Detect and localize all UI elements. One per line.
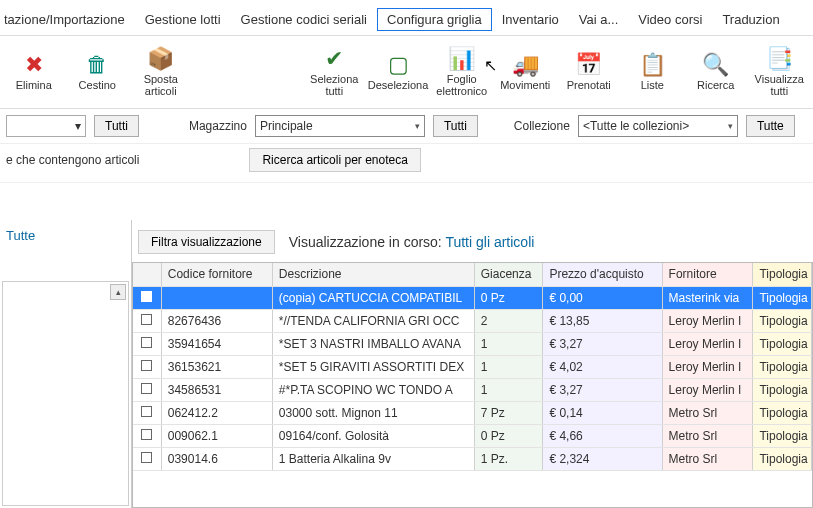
cell-prezzo: € 3,27 (543, 332, 662, 355)
view-title: Visualizzazione in corso: Tutti gli arti… (289, 234, 535, 250)
cell-tipologia: Tipologia (753, 378, 812, 401)
row-checkbox[interactable] (141, 314, 152, 325)
row-checkbox[interactable] (141, 406, 152, 417)
menu-inventario[interactable]: Inventario (492, 8, 569, 31)
row-checkbox[interactable] (141, 383, 152, 394)
cell-giacenza: 1 (474, 332, 543, 355)
view-title-value: Tutti gli articoli (445, 234, 534, 250)
toolbar-seleziona-tutti[interactable]: ✔Seleziona tutti (305, 42, 365, 102)
articles-grid[interactable]: Codice fornitore Descrizione Giacenza Pr… (132, 262, 813, 508)
filtra-visualizzazione-button[interactable]: Filtra visualizzazione (138, 230, 275, 254)
row-checkbox[interactable] (141, 429, 152, 440)
row-checkbox[interactable] (141, 452, 152, 463)
cell-descrizione: 03000 sott. Mignon 11 (272, 401, 474, 424)
toolbar-sposta-articoli[interactable]: 📦Sposta articoli (131, 42, 191, 102)
cell-fornitore: Metro Srl (662, 424, 753, 447)
view-header: Filtra visualizzazione Visualizzazione i… (132, 220, 813, 262)
menubar: tazione/Importazione Gestione lotti Gest… (0, 0, 813, 36)
magazzino-label: Magazzino (189, 119, 247, 133)
body-split: Tutte ▴ Filtra visualizzazione Visualizz… (0, 220, 813, 508)
cell-descrizione: *SET 5 GIRAVITI ASSORTITI DEX (272, 355, 474, 378)
view-all-icon: 📑 (766, 47, 793, 71)
cell-tipologia: Tipologia (753, 286, 812, 309)
cell-codice: 36153621 (161, 355, 272, 378)
cell-prezzo: € 2,324 (543, 447, 662, 470)
toolbar-deseleziona[interactable]: ▢Deseleziona (368, 42, 428, 102)
toolbar-liste[interactable]: 📋Liste (623, 42, 683, 102)
tutte-button[interactable]: Tutte (746, 115, 795, 137)
toolbar-elimina[interactable]: ✖Elimina (4, 42, 64, 102)
header-codice-fornitore[interactable]: Codice fornitore (161, 263, 272, 286)
chevron-down-icon: ▾ (75, 119, 81, 133)
filter-row-2: e che contengono articoli Ricerca artico… (0, 144, 813, 183)
row-checkbox[interactable] (141, 337, 152, 348)
toolbar-prenotati[interactable]: 📅Prenotati (559, 42, 619, 102)
header-descrizione[interactable]: Descrizione (272, 263, 474, 286)
header-prezzo-acquisto[interactable]: Prezzo d'acquisto (543, 263, 662, 286)
cell-prezzo: € 3,27 (543, 378, 662, 401)
row-checkbox[interactable] (141, 291, 152, 302)
cell-tipologia: Tipologia (753, 332, 812, 355)
category-tree[interactable]: ▴ (2, 281, 129, 506)
cell-descrizione: *//TENDA CALIFORNIA GRI OCC (272, 309, 474, 332)
move-icon: 📦 (147, 47, 174, 71)
cell-fornitore: Metro Srl (662, 447, 753, 470)
magazzino-select[interactable]: Principale▾ (255, 115, 425, 137)
toolbar-visualizza-tutti[interactable]: 📑Visualizza tutti (750, 42, 810, 102)
cell-giacenza: 2 (474, 309, 543, 332)
header-giacenza[interactable]: Giacenza (474, 263, 543, 286)
toolbar-cestino[interactable]: 🗑Cestino (68, 42, 128, 102)
cell-descrizione: #*P.TA SCOPINO WC TONDO A (272, 378, 474, 401)
cell-codice: 82676436 (161, 309, 272, 332)
cell-fornitore: Leroy Merlin I (662, 309, 753, 332)
table-row[interactable]: (copia) CARTUCCIA COMPATIBIL0 Pz€ 0,00Ma… (133, 286, 812, 309)
cell-fornitore: Leroy Merlin I (662, 378, 753, 401)
delete-icon: ✖ (25, 53, 43, 77)
toolbar-ricerca[interactable]: 🔍Ricerca (686, 42, 746, 102)
header-tipologia[interactable]: Tipologia (753, 263, 812, 286)
table-row[interactable]: 36153621*SET 5 GIRAVITI ASSORTITI DEX1€ … (133, 355, 812, 378)
ricerca-enoteca-button[interactable]: Ricerca articoli per enoteca (249, 148, 420, 172)
menu-vai-a[interactable]: Vai a... (569, 8, 629, 31)
table-row[interactable]: 009062.109164/conf. Golosità0 Pz€ 4,66Me… (133, 424, 812, 447)
menu-traduzioni[interactable]: Traduzion (712, 8, 789, 31)
header-checkbox[interactable] (133, 263, 161, 286)
cell-prezzo: € 0,14 (543, 401, 662, 424)
table-row[interactable]: 82676436*//TENDA CALIFORNIA GRI OCC2€ 13… (133, 309, 812, 332)
cell-prezzo: € 0,00 (543, 286, 662, 309)
cell-descrizione: (copia) CARTUCCIA COMPATIBIL (272, 286, 474, 309)
check-icon: ✔ (325, 47, 343, 71)
toolbar-movimenti[interactable]: 🚚Movimenti (496, 42, 556, 102)
cell-prezzo: € 4,02 (543, 355, 662, 378)
cell-prezzo: € 13,85 (543, 309, 662, 332)
table-row[interactable]: 039014.61 Batteria Alkalina 9v1 Pz.€ 2,3… (133, 447, 812, 470)
cell-descrizione: 09164/conf. Golosità (272, 424, 474, 447)
tutti-button-1[interactable]: Tutti (94, 115, 139, 137)
table-row[interactable]: 062412.203000 sott. Mignon 117 Pz€ 0,14M… (133, 401, 812, 424)
table-row[interactable]: 35941654*SET 3 NASTRI IMBALLO AVANA1€ 3,… (133, 332, 812, 355)
list-icon: 📋 (639, 53, 666, 77)
cell-fornitore: Leroy Merlin I (662, 355, 753, 378)
collezione-select[interactable]: <Tutte le collezioni>▾ (578, 115, 738, 137)
menu-import-export[interactable]: tazione/Importazione (4, 8, 135, 31)
filter-select-left[interactable]: ▾ (6, 115, 86, 137)
menu-video-corsi[interactable]: Video corsi (628, 8, 712, 31)
cell-codice: 009062.1 (161, 424, 272, 447)
truck-icon: 🚚 (512, 53, 539, 77)
header-fornitore[interactable]: Fornitore (662, 263, 753, 286)
row-checkbox[interactable] (141, 360, 152, 371)
menu-configura-griglia[interactable]: Configura griglia (377, 8, 492, 31)
table-row[interactable]: 34586531#*P.TA SCOPINO WC TONDO A1€ 3,27… (133, 378, 812, 401)
scroll-up-button[interactable]: ▴ (110, 284, 126, 300)
tutti-button-2[interactable]: Tutti (433, 115, 478, 137)
search-icon: 🔍 (702, 53, 729, 77)
cell-fornitore: Masterink via (662, 286, 753, 309)
menu-gestione-lotti[interactable]: Gestione lotti (135, 8, 231, 31)
cell-codice: 34586531 (161, 378, 272, 401)
toolbar-foglio-elettronico[interactable]: 📊Foglio elettronico (432, 42, 492, 102)
categories-tutte[interactable]: Tutte (0, 220, 131, 251)
cell-fornitore: Leroy Merlin I (662, 332, 753, 355)
toolbar: ✖Elimina 🗑Cestino 📦Sposta articoli ✔Sele… (0, 36, 813, 109)
menu-codici-seriali[interactable]: Gestione codici seriali (231, 8, 377, 31)
left-pane: Tutte ▴ (0, 220, 132, 508)
